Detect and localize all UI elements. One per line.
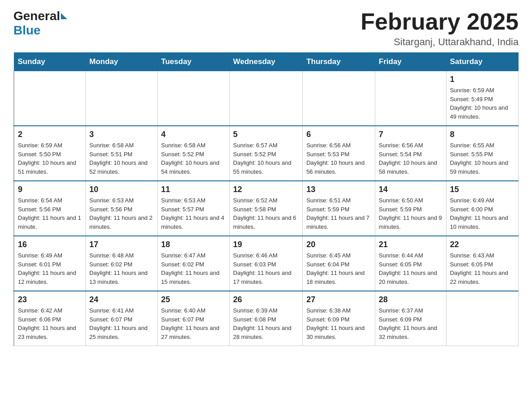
day-number: 15 (450, 185, 515, 194)
calendar-cell: 8Sunrise: 6:55 AMSunset: 5:55 PMDaylight… (446, 126, 518, 181)
day-number: 13 (306, 185, 371, 194)
calendar-cell: 14Sunrise: 6:50 AMSunset: 5:59 PMDayligh… (375, 181, 446, 236)
weekday-header-tuesday: Tuesday (157, 53, 229, 71)
calendar-cell: 18Sunrise: 6:47 AMSunset: 6:02 PMDayligh… (157, 236, 229, 291)
day-info: Sunrise: 6:52 AMSunset: 5:58 PMDaylight:… (233, 196, 299, 231)
weekday-header-monday: Monday (86, 53, 157, 71)
calendar-cell: 26Sunrise: 6:39 AMSunset: 6:08 PMDayligh… (229, 291, 303, 346)
location-subtitle: Sitarganj, Uttarakhand, India (360, 36, 519, 48)
day-info: Sunrise: 6:47 AMSunset: 6:02 PMDaylight:… (161, 251, 226, 286)
day-number: 3 (90, 130, 154, 139)
day-info: Sunrise: 6:59 AMSunset: 5:49 PMDaylight:… (450, 86, 515, 121)
weekday-header-row: SundayMondayTuesdayWednesdayThursdayFrid… (14, 53, 519, 71)
weekday-header-wednesday: Wednesday (229, 53, 303, 71)
calendar-cell: 6Sunrise: 6:56 AMSunset: 5:53 PMDaylight… (303, 126, 375, 181)
weekday-header-sunday: Sunday (14, 53, 86, 71)
day-info: Sunrise: 6:49 AMSunset: 6:00 PMDaylight:… (450, 196, 515, 231)
day-number: 1 (450, 75, 515, 84)
day-number: 4 (161, 130, 226, 139)
calendar-cell: 15Sunrise: 6:49 AMSunset: 6:00 PMDayligh… (446, 181, 518, 236)
day-number: 27 (306, 295, 371, 304)
day-number: 8 (450, 130, 515, 139)
calendar-cell (157, 71, 229, 126)
day-info: Sunrise: 6:48 AMSunset: 6:02 PMDaylight:… (90, 251, 154, 286)
day-number: 7 (379, 130, 442, 139)
calendar-cell: 28Sunrise: 6:37 AMSunset: 6:09 PMDayligh… (375, 291, 446, 346)
calendar-cell: 25Sunrise: 6:40 AMSunset: 6:07 PMDayligh… (157, 291, 229, 346)
day-number: 23 (18, 295, 82, 304)
title-block: February 2025 Sitarganj, Uttarakhand, In… (360, 9, 519, 48)
calendar-cell: 3Sunrise: 6:58 AMSunset: 5:51 PMDaylight… (86, 126, 157, 181)
calendar-cell (303, 71, 375, 126)
calendar-cell: 4Sunrise: 6:58 AMSunset: 5:52 PMDaylight… (157, 126, 229, 181)
day-number: 22 (450, 240, 515, 249)
day-info: Sunrise: 6:51 AMSunset: 5:59 PMDaylight:… (306, 196, 371, 231)
calendar-cell (446, 291, 518, 346)
calendar-cell: 16Sunrise: 6:49 AMSunset: 6:01 PMDayligh… (14, 236, 86, 291)
day-number: 28 (379, 295, 442, 304)
calendar-week-4: 16Sunrise: 6:49 AMSunset: 6:01 PMDayligh… (14, 236, 519, 291)
weekday-header-friday: Friday (375, 53, 446, 71)
logo-arrow-icon (61, 13, 67, 19)
day-info: Sunrise: 6:58 AMSunset: 5:51 PMDaylight:… (90, 141, 154, 176)
day-number: 21 (379, 240, 442, 249)
day-info: Sunrise: 6:39 AMSunset: 6:08 PMDaylight:… (233, 306, 299, 341)
day-info: Sunrise: 6:43 AMSunset: 6:05 PMDaylight:… (450, 251, 515, 286)
calendar-cell: 20Sunrise: 6:45 AMSunset: 6:04 PMDayligh… (303, 236, 375, 291)
day-number: 19 (233, 240, 299, 249)
day-number: 12 (233, 185, 299, 194)
day-info: Sunrise: 6:59 AMSunset: 5:50 PMDaylight:… (18, 141, 82, 176)
calendar-cell: 12Sunrise: 6:52 AMSunset: 5:58 PMDayligh… (229, 181, 303, 236)
day-info: Sunrise: 6:42 AMSunset: 6:06 PMDaylight:… (18, 306, 82, 341)
day-number: 14 (379, 185, 442, 194)
calendar-cell (14, 71, 86, 126)
logo-blue-text: Blue (13, 23, 41, 37)
calendar-cell: 13Sunrise: 6:51 AMSunset: 5:59 PMDayligh… (303, 181, 375, 236)
calendar-cell: 9Sunrise: 6:54 AMSunset: 5:56 PMDaylight… (14, 181, 86, 236)
month-title: February 2025 (360, 9, 519, 34)
day-info: Sunrise: 6:58 AMSunset: 5:52 PMDaylight:… (161, 141, 226, 176)
calendar-cell (86, 71, 157, 126)
logo-general-text: General (13, 9, 60, 23)
weekday-header-saturday: Saturday (446, 53, 518, 71)
day-number: 9 (18, 185, 82, 194)
calendar-cell: 23Sunrise: 6:42 AMSunset: 6:06 PMDayligh… (14, 291, 86, 346)
day-number: 20 (306, 240, 371, 249)
day-info: Sunrise: 6:49 AMSunset: 6:01 PMDaylight:… (18, 251, 82, 286)
day-info: Sunrise: 6:38 AMSunset: 6:09 PMDaylight:… (306, 306, 371, 341)
day-info: Sunrise: 6:56 AMSunset: 5:54 PMDaylight:… (379, 141, 442, 176)
day-number: 17 (90, 240, 154, 249)
calendar-cell: 24Sunrise: 6:41 AMSunset: 6:07 PMDayligh… (86, 291, 157, 346)
calendar-cell: 7Sunrise: 6:56 AMSunset: 5:54 PMDaylight… (375, 126, 446, 181)
day-number: 6 (306, 130, 371, 139)
day-info: Sunrise: 6:41 AMSunset: 6:07 PMDaylight:… (90, 306, 154, 341)
day-info: Sunrise: 6:53 AMSunset: 5:56 PMDaylight:… (90, 196, 154, 231)
calendar-cell: 19Sunrise: 6:46 AMSunset: 6:03 PMDayligh… (229, 236, 303, 291)
calendar-table: SundayMondayTuesdayWednesdayThursdayFrid… (13, 52, 519, 346)
day-number: 18 (161, 240, 226, 249)
day-info: Sunrise: 6:50 AMSunset: 5:59 PMDaylight:… (379, 196, 442, 231)
logo: General Blue (13, 9, 68, 38)
calendar-week-2: 2Sunrise: 6:59 AMSunset: 5:50 PMDaylight… (14, 126, 519, 181)
day-info: Sunrise: 6:45 AMSunset: 6:04 PMDaylight:… (306, 251, 371, 286)
calendar-cell: 11Sunrise: 6:53 AMSunset: 5:57 PMDayligh… (157, 181, 229, 236)
calendar-cell (375, 71, 446, 126)
day-number: 16 (18, 240, 82, 249)
day-number: 2 (18, 130, 82, 139)
calendar-cell (229, 71, 303, 126)
calendar-cell: 5Sunrise: 6:57 AMSunset: 5:52 PMDaylight… (229, 126, 303, 181)
day-info: Sunrise: 6:46 AMSunset: 6:03 PMDaylight:… (233, 251, 299, 286)
calendar-cell: 1Sunrise: 6:59 AMSunset: 5:49 PMDaylight… (446, 71, 518, 126)
day-number: 11 (161, 185, 226, 194)
day-info: Sunrise: 6:54 AMSunset: 5:56 PMDaylight:… (18, 196, 82, 231)
day-number: 24 (90, 295, 154, 304)
day-info: Sunrise: 6:55 AMSunset: 5:55 PMDaylight:… (450, 141, 515, 176)
calendar-week-5: 23Sunrise: 6:42 AMSunset: 6:06 PMDayligh… (14, 291, 519, 346)
day-info: Sunrise: 6:40 AMSunset: 6:07 PMDaylight:… (161, 306, 226, 341)
calendar-cell: 22Sunrise: 6:43 AMSunset: 6:05 PMDayligh… (446, 236, 518, 291)
calendar-week-3: 9Sunrise: 6:54 AMSunset: 5:56 PMDaylight… (14, 181, 519, 236)
calendar-cell: 21Sunrise: 6:44 AMSunset: 6:05 PMDayligh… (375, 236, 446, 291)
day-number: 10 (90, 185, 154, 194)
day-info: Sunrise: 6:37 AMSunset: 6:09 PMDaylight:… (379, 306, 442, 341)
page-header: General Blue February 2025 Sitarganj, Ut… (13, 9, 519, 48)
